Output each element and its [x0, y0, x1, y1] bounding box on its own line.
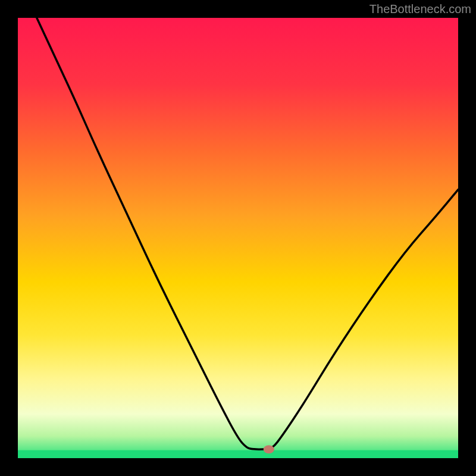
bottleneck-chart: [0, 0, 476, 476]
chart-container: TheBottleneck.com: [0, 0, 476, 476]
minimum-marker: [264, 445, 274, 453]
watermark-text: TheBottleneck.com: [369, 2, 471, 16]
plot-background: [18, 18, 458, 458]
green-band: [18, 450, 458, 458]
